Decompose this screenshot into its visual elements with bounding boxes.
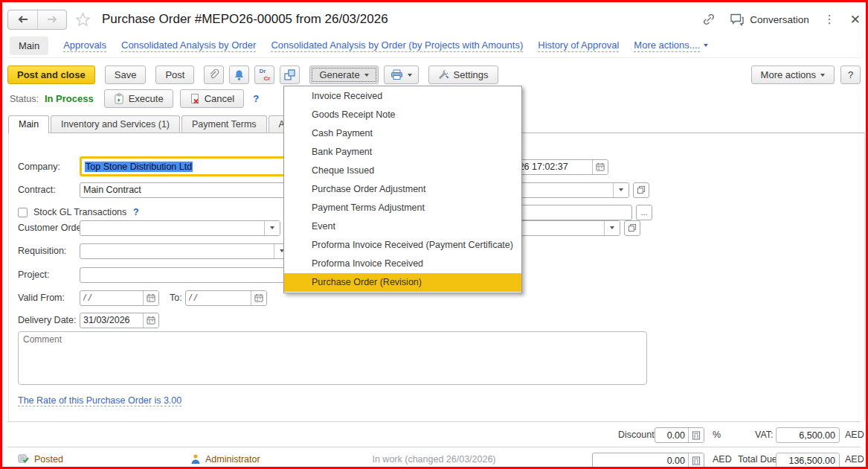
close-icon[interactable]: ✕: [850, 12, 861, 28]
valid-from-field[interactable]: [80, 290, 159, 306]
discount-percent-field[interactable]: [655, 427, 704, 443]
chevron-down-icon[interactable]: [613, 183, 629, 197]
company-selected-text: Top Stone Distribution Ltd: [85, 162, 193, 172]
total-due-input[interactable]: [777, 456, 839, 466]
menu-item-purchase-order-adjustment[interactable]: Purchase Order Adjustment: [284, 180, 521, 199]
chevron-down-icon: [364, 74, 369, 77]
execute-button[interactable]: Execute: [104, 89, 173, 108]
customer-order-input[interactable]: [80, 221, 264, 235]
totals-strip: Discount: % VAT: AED: [7, 421, 861, 447]
reminder-button[interactable]: [229, 66, 249, 84]
dr-cr-postings-button[interactable]: DrCr: [254, 66, 274, 84]
nav-more-actions[interactable]: More actions....: [634, 39, 708, 52]
menu-item-purchase-order-revision[interactable]: Purchase Order (Revision): [284, 273, 521, 292]
nav-approvals[interactable]: Approvals: [63, 39, 106, 52]
valid-to-field[interactable]: [185, 290, 267, 306]
work-state-text: In work (changed 26/03/2026): [7, 454, 861, 465]
valid-to-input[interactable]: [186, 291, 251, 305]
post-button[interactable]: Post: [155, 66, 194, 84]
calculator-icon[interactable]: [688, 428, 704, 442]
menu-item-bank-payment[interactable]: Bank Payment: [284, 143, 521, 162]
menu-item-proforma-invoice-received[interactable]: Proforma Invoice Received: [284, 255, 521, 273]
save-button[interactable]: Save: [105, 66, 147, 84]
calendar-icon[interactable]: [251, 291, 266, 305]
nav-history-of-approval[interactable]: History of Approval: [538, 39, 619, 52]
company-label: Company:: [18, 162, 60, 172]
stock-gl-checkbox[interactable]: [18, 208, 28, 217]
delivery-date-field[interactable]: [80, 313, 159, 328]
printer-icon: [390, 69, 403, 80]
vat-currency: AED: [845, 430, 864, 440]
conversation-button[interactable]: Conversation: [730, 13, 809, 26]
calendar-icon[interactable]: [143, 291, 158, 305]
stock-gl-label: Stock GL Transactions: [33, 207, 126, 217]
discount-label: Discount:: [618, 430, 657, 440]
vat-field[interactable]: [776, 427, 840, 443]
tab-payment-terms[interactable]: Payment Terms: [181, 115, 267, 133]
chevron-down-icon[interactable]: [604, 221, 620, 235]
related-documents-icon: [284, 69, 295, 80]
stock-gl-help-link[interactable]: ?: [133, 207, 139, 217]
link-icon[interactable]: [701, 12, 716, 27]
total-currency: AED: [845, 454, 864, 465]
delivery-date-input[interactable]: [80, 313, 143, 328]
nav-main[interactable]: Main: [10, 36, 48, 55]
rate-link[interactable]: The Rate of this Purchase Order is 3.00: [18, 395, 181, 406]
menu-item-cash-payment[interactable]: Cash Payment: [284, 124, 521, 143]
cancel-button[interactable]: Cancel: [180, 89, 244, 108]
help-button[interactable]: ?: [840, 66, 861, 84]
choose-button[interactable]: ...: [636, 205, 652, 220]
menu-item-proforma-invoice-received-payment-certificate[interactable]: Proforma Invoice Received (Payment Certi…: [284, 236, 521, 255]
more-actions-button[interactable]: More actions: [751, 66, 835, 84]
toolbar: Post and close Save Post DrCr Generate: [7, 63, 861, 86]
requisition-input[interactable]: [80, 244, 274, 258]
bell-icon: [234, 69, 245, 81]
footer-bar: Posted Administrator In work (changed 26…: [7, 447, 861, 469]
nav-consolidated-analysis[interactable]: Consolidated Analysis by Order: [121, 39, 256, 52]
customer-order-field[interactable]: [80, 220, 280, 236]
status-help-link[interactable]: ?: [253, 93, 259, 104]
chevron-down-icon: [704, 44, 708, 47]
open-icon: [628, 223, 637, 232]
settings-button[interactable]: Settings: [428, 66, 498, 84]
total-due-field[interactable]: [776, 453, 840, 468]
calendar-icon[interactable]: [143, 313, 158, 328]
menu-item-invoice-received[interactable]: Invoice Received: [284, 87, 521, 106]
open-record-button[interactable]: [633, 182, 649, 198]
conversation-label: Conversation: [750, 14, 809, 25]
report-nav-row: Main Approvals Consolidated Analysis by …: [7, 34, 861, 58]
related-documents-button[interactable]: [280, 66, 300, 84]
tab-inventory-and-services[interactable]: Inventory and Services (1): [51, 115, 180, 133]
menu-item-goods-receipt-note[interactable]: Goods Receipt Note: [284, 106, 521, 124]
open-record-button[interactable]: [624, 220, 640, 236]
menu-item-cheque-issued[interactable]: Cheque Issued: [284, 162, 521, 180]
favorite-star-icon[interactable]: [74, 11, 91, 28]
discount-amount-field[interactable]: [592, 453, 704, 468]
generate-button[interactable]: Generate: [309, 66, 378, 84]
post-and-close-button[interactable]: Post and close: [7, 66, 95, 84]
comment-field[interactable]: [18, 331, 647, 385]
company-field[interactable]: Top Stone Distribution Ltd: [80, 156, 289, 176]
more-menu-icon[interactable]: ⋮: [823, 13, 837, 26]
back-button[interactable]: [8, 10, 37, 29]
history-nav-group: [7, 10, 67, 30]
forward-button[interactable]: [37, 10, 66, 29]
page-title: Purchase Order #MEPO26-00005 from 26/03/…: [102, 12, 388, 27]
discount-amount-input[interactable]: [593, 453, 688, 468]
calculator-icon[interactable]: [688, 453, 704, 468]
calendar-icon[interactable]: [592, 160, 608, 174]
vat-input[interactable]: [777, 430, 839, 441]
purchase-order-window: Purchase Order #MEPO26-00005 from 26/03/…: [0, 0, 868, 469]
tab-main[interactable]: Main: [8, 115, 49, 133]
chevron-down-icon[interactable]: [264, 221, 280, 235]
discount-percent-input[interactable]: [655, 428, 688, 442]
toolbar-right: More actions ?: [751, 66, 861, 84]
valid-from-input[interactable]: [80, 291, 143, 305]
attachments-button[interactable]: [204, 66, 224, 84]
menu-item-event[interactable]: Event: [284, 217, 521, 236]
tools-icon: [438, 69, 449, 80]
print-button[interactable]: [384, 66, 419, 84]
requisition-field[interactable]: [80, 243, 290, 259]
nav-consolidated-analysis-projects[interactable]: Consolidated Analysis by Order (by Proje…: [271, 39, 523, 52]
menu-item-payment-terms-adjustment[interactable]: Payment Terms Adjustment: [284, 199, 521, 217]
